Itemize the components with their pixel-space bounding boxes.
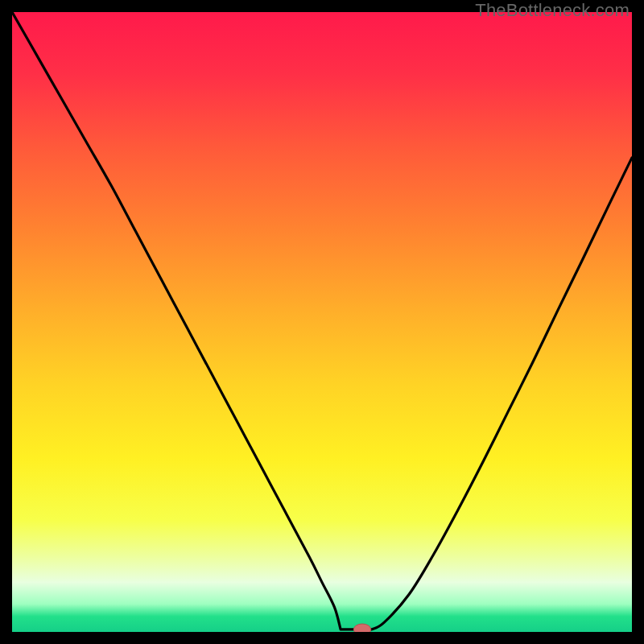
gradient-background <box>12 12 632 632</box>
watermark-text: TheBottleneck.com <box>475 0 630 21</box>
chart-frame: TheBottleneck.com <box>0 0 644 644</box>
plot-area <box>12 12 632 632</box>
bottleneck-chart <box>12 12 632 632</box>
optimal-point-marker <box>353 624 371 632</box>
